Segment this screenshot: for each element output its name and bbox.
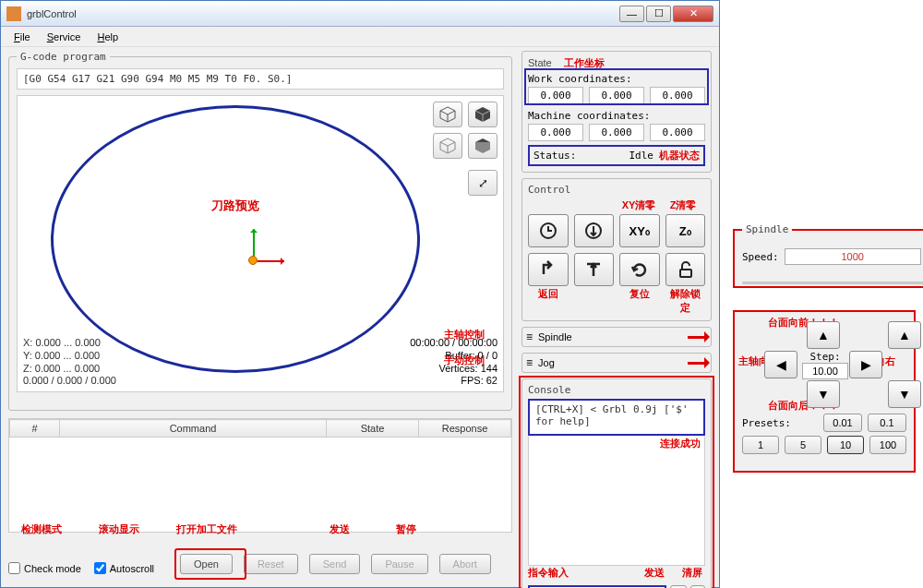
state-panel: State 工作坐标 Work coordinates: 0.000 0.000…	[521, 51, 712, 173]
hamburger-icon: ≡	[526, 356, 533, 369]
jog-section[interactable]: ≡Jog	[521, 353, 712, 373]
control-panel: Control XY清零Z清零 XY₀ Z₀ 返回复位解除锁定	[521, 178, 712, 321]
view-iso-wire-button[interactable]	[433, 102, 462, 127]
console-connected-label: 连接成功	[529, 437, 701, 450]
label-autoscroll: 滚动显示	[99, 522, 139, 536]
preset-5[interactable]: 5	[785, 436, 821, 454]
machine-y: 0.000	[589, 124, 644, 141]
toolpath-shape	[51, 105, 420, 373]
menu-service[interactable]: Service	[40, 30, 89, 44]
preset-0-01[interactable]: 0.01	[823, 414, 862, 432]
arrow-icon	[688, 331, 715, 342]
jog-x-minus-button[interactable]: ◀	[764, 351, 797, 378]
preset-10[interactable]: 10	[827, 436, 864, 454]
label-pause: 暂停	[396, 522, 416, 536]
step-label: Step:	[799, 351, 851, 363]
preset-0-1[interactable]: 0.1	[868, 414, 906, 432]
window-title: grblControl	[27, 8, 617, 19]
reset-button[interactable]: Reset	[244, 554, 298, 574]
preset-1[interactable]: 1	[742, 436, 779, 454]
hamburger-icon: ≡	[526, 330, 533, 343]
status-red: 机器状态	[659, 149, 700, 162]
safe-z-button[interactable]	[574, 253, 615, 286]
zero-z-button[interactable]: Z₀	[665, 214, 706, 247]
jog-step-input[interactable]	[802, 363, 848, 379]
jog-callout: 台面向前！！！ 主轴向左 主轴向右 台面向后！！！ ▲ ◀ ▶ ▼ ▲ ▼ St…	[733, 310, 916, 473]
open-button[interactable]: Open	[180, 554, 233, 574]
view-iso-solid-button[interactable]	[468, 102, 497, 127]
preset-100[interactable]: 100	[869, 436, 906, 454]
jog-z-plus-button[interactable]: ▲	[888, 321, 921, 349]
preview-label: 刀路预览	[211, 198, 259, 214]
status-key: Status:	[533, 150, 576, 162]
probe-z-button[interactable]	[574, 214, 615, 247]
status-value: Idle	[576, 150, 659, 162]
close-button[interactable]: ✕	[673, 6, 713, 22]
autoscroll-checkbox[interactable]	[94, 562, 106, 574]
machine-z: 0.000	[650, 124, 705, 141]
command-table[interactable]: # Command State Response	[8, 418, 512, 533]
check-mode-checkbox[interactable]	[8, 562, 20, 574]
svg-rect-2	[680, 270, 691, 277]
col-command[interactable]: Command	[60, 420, 327, 438]
send-button[interactable]: Send	[309, 554, 361, 574]
work-z: 0.000	[650, 87, 705, 104]
work-x: 0.000	[528, 87, 583, 104]
col-state[interactable]: State	[327, 420, 419, 438]
gcode-panel: G-code program [G0 G54 G17 G21 G90 G94 M…	[8, 51, 512, 411]
arrow-icon	[688, 357, 715, 368]
view-top-wire-button[interactable]	[433, 133, 462, 159]
jog-z-minus-button[interactable]: ▼	[888, 380, 921, 408]
jog-y-minus-button[interactable]: ▼	[807, 380, 840, 408]
col-num[interactable]: #	[10, 420, 60, 438]
state-head-red: 工作坐标	[564, 57, 605, 68]
machine-x: 0.000	[528, 124, 583, 141]
home-xy-button[interactable]	[528, 214, 569, 247]
soft-reset-button[interactable]	[619, 253, 660, 286]
maximize-button[interactable]: ☐	[646, 6, 671, 22]
spindle-section[interactable]: ≡Spindle	[521, 327, 712, 347]
app-icon	[6, 6, 21, 21]
spindle-callout: Spindle Speed:	[733, 223, 923, 288]
bottom-bar: 检测模式 滚动显示 打开加工文件 发送 暂停 Check mode Autosc…	[8, 539, 512, 580]
check-mode-label: Check mode	[24, 563, 81, 574]
return-origin-button[interactable]	[528, 253, 569, 286]
presets-label: Presets:	[742, 417, 818, 429]
menubar: File Service Help	[1, 27, 719, 47]
jog-y-plus-button[interactable]: ▲	[807, 321, 840, 349]
label-openfile: 打开加工文件	[176, 522, 237, 536]
label-send: 发送	[330, 522, 350, 536]
fit-view-button[interactable]: ⤢	[468, 170, 497, 196]
view-top-solid-button[interactable]	[468, 133, 497, 159]
zero-xy-button[interactable]: XY₀	[619, 214, 660, 247]
toolpath-preview[interactable]: 刀路预览 ⤢ X: 0.000 ... 0.000 Y: 0.000 ... 0…	[17, 95, 504, 392]
jog-red-label: 手动控制	[444, 354, 485, 367]
speed-label: Speed:	[742, 251, 779, 263]
col-response[interactable]: Response	[419, 420, 511, 438]
main-window: grblControl — ☐ ✕ File Service Help G-co…	[0, 0, 720, 588]
menu-file[interactable]: File	[6, 30, 38, 44]
console-panel: Console [CTRL+X] < Grbl 0.9j ['$' for he…	[521, 378, 712, 588]
spindle-speed-input[interactable]	[785, 248, 921, 265]
work-coord-label: Work coordinates:	[528, 73, 705, 85]
console-output: [CTRL+X] < Grbl 0.9j ['$' for help]	[528, 399, 705, 436]
label-checkmode: 检测模式	[21, 522, 62, 536]
titlebar: grblControl — ☐ ✕	[1, 1, 719, 27]
spindle-speed-slider[interactable]	[742, 276, 923, 289]
menu-help[interactable]: Help	[90, 30, 126, 44]
minimize-button[interactable]: —	[619, 6, 644, 22]
jog-x-plus-button[interactable]: ▶	[849, 351, 882, 378]
spindle-red-label: 主轴控制	[444, 328, 485, 342]
console-area[interactable]: 连接成功	[528, 437, 705, 566]
preview-stats-left: X: 0.000 ... 0.000 Y: 0.000 ... 0.000 Z:…	[23, 337, 116, 388]
gcode-legend: G-code program	[17, 51, 110, 63]
unlock-button[interactable]	[665, 253, 706, 286]
work-y: 0.000	[589, 87, 644, 104]
abort-button[interactable]: Abort	[439, 554, 491, 574]
pause-button[interactable]: Pause	[371, 554, 427, 574]
machine-coord-label: Machine coordinates:	[528, 110, 705, 122]
autoscroll-label: Autoscroll	[110, 563, 154, 574]
gcode-status-line: [G0 G54 G17 G21 G90 G94 M0 M5 M9 T0 F0. …	[17, 68, 504, 90]
